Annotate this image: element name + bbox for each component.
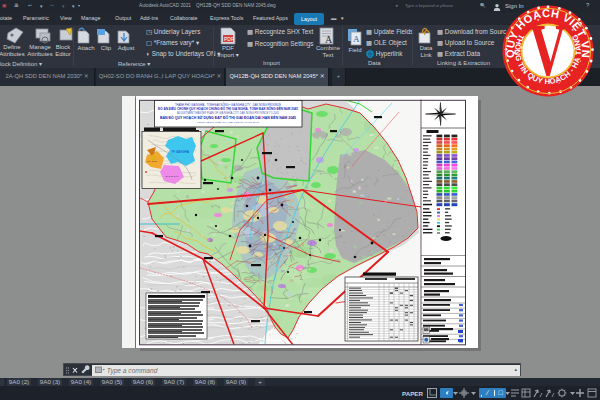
svg-text:DAK R LAP: DAK R LAP <box>166 175 179 178</box>
svg-text:ĐỒ ÁN ĐIỀU CHỐNH QUY HOẠCH CHU: ĐỒ ÁN ĐIỀU CHỐNH QUY HOẠCH CHUNG ĐÔ THỊ … <box>158 106 298 111</box>
svg-text:A: A <box>353 34 360 44</box>
svg-text:TUY DUC: TUY DUC <box>147 160 157 162</box>
svg-text:LONG-TERM URBAN LAND USE PLAN: LONG-TERM URBAN LAND USE PLAN TO 2045 <box>197 121 260 124</box>
svg-text:A: A <box>325 34 333 45</box>
svg-text:ADJUSTMENT MASTER PLAN OF GIA: ADJUSTMENT MASTER PLAN OF GIA NGHIA CITY… <box>177 111 279 115</box>
svg-text:PDF: PDF <box>224 36 234 42</box>
svg-text:BẢN ĐỒ QUY HOẠCH SỬ DỤNG ĐẤT Đ: BẢN ĐỒ QUY HOẠCH SỬ DỤNG ĐẤT ĐÔ THỊ GIAI… <box>160 115 296 120</box>
svg-text:V: V <box>530 11 567 92</box>
svg-text:TP. GIA NGHIA: TP. GIA NGHIA <box>171 150 189 154</box>
